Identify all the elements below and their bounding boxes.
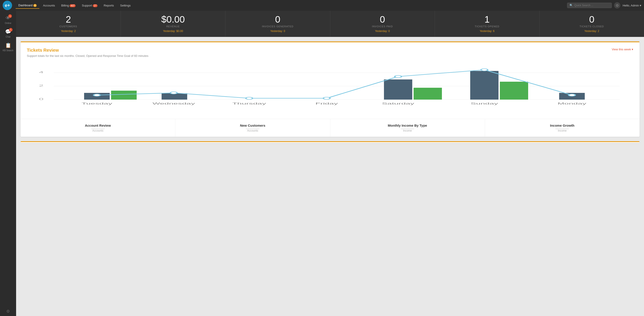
nav-item-accounts[interactable]: Accounts bbox=[40, 3, 58, 9]
nav-links: Dashboard4AccountsBilling407Support27Rep… bbox=[16, 2, 567, 9]
search-icon: 🔍 bbox=[570, 4, 573, 7]
widget-sub-0: Accounts bbox=[25, 129, 170, 132]
sidebar-label-online: Online bbox=[5, 22, 12, 24]
search-box[interactable]: 🔍 bbox=[567, 3, 612, 8]
widget-sub-2: Income bbox=[335, 129, 480, 132]
sidebar-items: 👁1Online💬1Chat📋KB Search bbox=[3, 13, 14, 54]
bar-tuesday-closed bbox=[111, 91, 137, 100]
dot-monday bbox=[569, 94, 575, 96]
stats-bar: 2 CUSTOMERS Yesterday: 2 $0.00 REVENUE Y… bbox=[16, 11, 644, 37]
dashboard-content: Tickets Review Support totals for the la… bbox=[16, 37, 644, 147]
stat-value-4: 1 bbox=[440, 15, 535, 24]
nav-item-support[interactable]: Support27 bbox=[79, 3, 100, 9]
second-card-preview bbox=[20, 141, 640, 143]
nav-item-settings[interactable]: Settings bbox=[118, 3, 133, 9]
widget-item-1[interactable]: New Customers Accounts bbox=[175, 119, 330, 137]
label-saturday: Saturday bbox=[382, 102, 414, 105]
stat-label-4: TICKETS OPENED bbox=[440, 25, 535, 28]
stat-value-0: 2 bbox=[20, 15, 116, 24]
label-tuesday: Tuesday bbox=[82, 102, 112, 105]
nav-right: 🔍 ⚙ Hello, Admin ▾ bbox=[567, 2, 641, 9]
sidebar-item-chat[interactable]: 💬1Chat bbox=[3, 27, 14, 40]
stat-label-1: REVENUE bbox=[125, 25, 221, 28]
nav-item-reports[interactable]: Reports bbox=[101, 3, 117, 9]
stat-yesterday-4: Yesterday: 6 bbox=[440, 30, 535, 33]
widget-item-0[interactable]: Account Review Accounts bbox=[20, 119, 175, 137]
stat-item-1: $0.00 REVENUE Yesterday: $0.00 bbox=[121, 11, 226, 37]
card-header: Tickets Review Support totals for the la… bbox=[27, 48, 148, 62]
top-nav: e+ Dashboard4AccountsBilling407Support27… bbox=[0, 0, 644, 11]
widgets-container: Account Review Accounts New Customers Ac… bbox=[20, 119, 640, 137]
stat-yesterday-5: Yesterday: 2 bbox=[544, 30, 640, 33]
widget-title-1: New Customers bbox=[180, 124, 325, 127]
nav-items: Dashboard4AccountsBilling407Support27Rep… bbox=[16, 2, 133, 9]
nav-item-dashboard[interactable]: Dashboard4 bbox=[16, 2, 39, 9]
label-sunday: Sunday bbox=[471, 102, 498, 105]
stat-label-3: INVOICES PAID bbox=[335, 25, 430, 28]
stat-value-3: 0 bbox=[335, 15, 430, 24]
svg-text:0: 0 bbox=[39, 98, 44, 101]
card-title: Tickets Review bbox=[27, 48, 148, 53]
stat-yesterday-1: Yesterday: $0.00 bbox=[125, 30, 221, 33]
tickets-review-card: Tickets Review Support totals for the la… bbox=[20, 41, 640, 137]
widget-title-0: Account Review bbox=[25, 124, 170, 127]
svg-text:4: 4 bbox=[39, 71, 44, 74]
user-button[interactable]: Hello, Admin ▾ bbox=[622, 4, 641, 7]
stat-item-0: 2 CUSTOMERS Yesterday: 2 bbox=[16, 11, 121, 37]
bar-saturday-opened bbox=[384, 80, 412, 100]
stat-item-3: 0 INVOICES PAID Yesterday: 0 bbox=[330, 11, 435, 37]
sidebar-label-kb search: KB Search bbox=[3, 49, 14, 52]
widget-sub-3: Income bbox=[490, 129, 635, 132]
nav-item-billing[interactable]: Billing407 bbox=[58, 3, 78, 9]
widget-title-2: Monthly Income By Type bbox=[335, 124, 480, 127]
stat-value-2: 0 bbox=[230, 15, 325, 24]
settings-icon-top[interactable]: ⚙ bbox=[614, 2, 620, 9]
search-input[interactable] bbox=[574, 4, 609, 7]
dot-sunday bbox=[481, 69, 488, 71]
logo[interactable]: e+ bbox=[3, 1, 12, 10]
stat-value-1: $0.00 bbox=[125, 15, 221, 24]
sidebar-item-online[interactable]: 👁1Online bbox=[3, 13, 14, 27]
sidebar-icon-online: 👁1 bbox=[6, 15, 10, 21]
bar-saturday-closed bbox=[414, 88, 442, 100]
card-top-row: Tickets Review Support totals for the la… bbox=[27, 48, 633, 62]
dot-saturday bbox=[395, 75, 402, 78]
stat-item-5: 0 TICKETS CLOSED Yesterday: 2 bbox=[540, 11, 644, 37]
sidebar-label-chat: Chat bbox=[6, 36, 10, 38]
label-monday: Monday bbox=[558, 102, 586, 105]
stat-yesterday-3: Yesterday: 0 bbox=[335, 30, 430, 33]
widgets-row: ‹ Account Review Accounts New Customers … bbox=[20, 119, 640, 137]
stat-yesterday-0: Yesterday: 2 bbox=[20, 30, 116, 33]
sidebar: 👁1Online💬1Chat📋KB Search ⚙ bbox=[0, 11, 16, 316]
label-friday: Friday bbox=[316, 102, 338, 105]
widget-item-3[interactable]: Income Growth Income bbox=[485, 119, 640, 137]
sidebar-item-kb search[interactable]: 📋KB Search bbox=[3, 40, 14, 54]
view-this-week-button[interactable]: View this week ▾ bbox=[612, 48, 633, 51]
label-thursday: Thursday bbox=[232, 102, 266, 105]
stat-label-0: CUSTOMERS bbox=[20, 25, 116, 28]
sidebar-bottom: ⚙ bbox=[6, 309, 10, 314]
stat-label-2: INVOICES GENERATED bbox=[230, 25, 325, 28]
stat-label-5: TICKETS CLOSED bbox=[544, 25, 640, 28]
widget-sub-1: Accounts bbox=[180, 129, 325, 132]
bar-wednesday-opened bbox=[162, 93, 188, 100]
bar-sunday-opened bbox=[470, 71, 499, 100]
stat-yesterday-2: Yesterday: 0 bbox=[230, 30, 325, 33]
dot-friday bbox=[323, 97, 330, 99]
widget-title-3: Income Growth bbox=[490, 124, 635, 127]
label-wednesday: Wednesday bbox=[152, 102, 195, 105]
logo-text: e+ bbox=[5, 3, 10, 8]
dot-tuesday bbox=[94, 94, 100, 96]
stat-item-2: 0 INVOICES GENERATED Yesterday: 0 bbox=[226, 11, 330, 37]
widget-item-2[interactable]: Monthly Income By Type Income bbox=[330, 119, 485, 137]
stat-item-4: 1 TICKETS OPENED Yesterday: 6 bbox=[435, 11, 540, 37]
chart-container: 4 2 0 bbox=[27, 64, 633, 113]
bar-sunday-closed bbox=[500, 82, 528, 100]
card-subtitle: Support totals for the last six months. … bbox=[27, 54, 148, 58]
dot-wednesday bbox=[170, 92, 177, 94]
main-layout: 👁1Online💬1Chat📋KB Search ⚙ 2 CUSTOMERS Y… bbox=[0, 11, 644, 316]
card-inner: Tickets Review Support totals for the la… bbox=[20, 42, 640, 119]
sidebar-icon-chat: 💬1 bbox=[5, 29, 11, 35]
sidebar-settings-icon[interactable]: ⚙ bbox=[6, 309, 10, 313]
stat-value-5: 0 bbox=[544, 15, 640, 24]
